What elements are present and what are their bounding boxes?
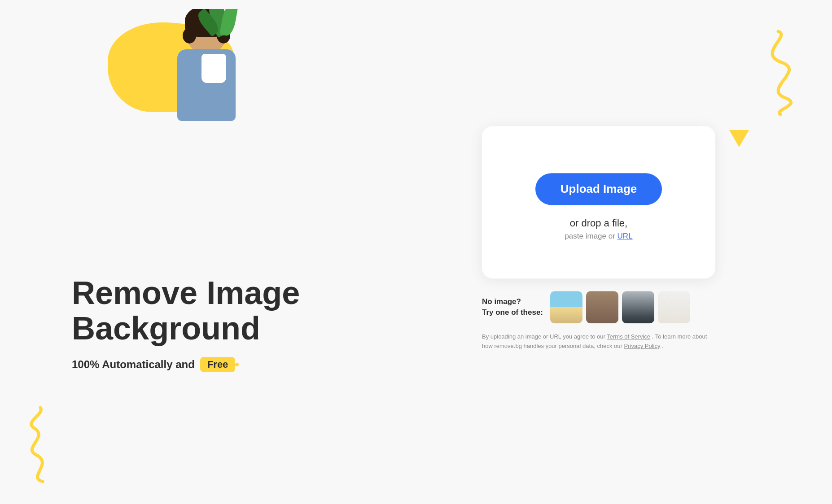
sample-images-row: [550, 291, 690, 323]
hero-title: Remove Image Background: [72, 275, 350, 346]
sample-image-product-inner: [658, 291, 690, 323]
tos-section: By uploading an image or URL you agree t…: [482, 332, 715, 351]
sample-image-product[interactable]: [658, 291, 690, 323]
upload-card: Upload Image or drop a file, paste image…: [482, 126, 715, 278]
free-badge: Free: [200, 357, 235, 372]
paste-text: paste image or URL: [565, 232, 632, 241]
hero-title-line2: Background: [72, 310, 260, 346]
plant-pot: [201, 54, 226, 83]
hero-section: Remove Image Background 100% Automatical…: [72, 0, 350, 504]
samples-label-line2: Try one of these:: [482, 307, 543, 318]
upload-image-button[interactable]: Upload Image: [535, 173, 662, 205]
sample-image-person[interactable]: [550, 291, 582, 323]
sample-image-cat-inner: [586, 291, 618, 323]
drop-text: or drop a file,: [570, 217, 627, 229]
tos-prefix: By uploading an image or URL you agree t…: [482, 333, 605, 340]
triangle-decoration: [729, 130, 749, 147]
hero-image: [121, 9, 292, 143]
samples-section: No image? Try one of these:: [482, 291, 715, 323]
samples-label-line1: No image?: [482, 296, 543, 307]
privacy-link[interactable]: Privacy Policy: [624, 343, 661, 349]
hero-title-line1: Remove Image: [72, 275, 300, 311]
hero-subtitle-text: 100% Automatically and: [72, 358, 195, 371]
person-illustration: [157, 9, 256, 139]
samples-label: No image? Try one of these:: [482, 296, 543, 318]
hero-text: Remove Image Background 100% Automatical…: [72, 275, 350, 372]
sample-image-car-inner: [622, 291, 654, 323]
hero-subtitle: 100% Automatically and Free: [72, 357, 350, 372]
squiggle-bottom-left-decoration: [18, 405, 67, 486]
tos-end: .: [662, 343, 664, 349]
tos-link[interactable]: Terms of Service: [607, 333, 650, 340]
sample-image-person-inner: [550, 291, 582, 323]
upload-section: Upload Image or drop a file, paste image…: [482, 126, 715, 351]
sample-image-car[interactable]: [622, 291, 654, 323]
squiggle-top-right-decoration: [742, 27, 796, 117]
url-link[interactable]: URL: [617, 232, 633, 240]
sample-image-cat[interactable]: [586, 291, 618, 323]
